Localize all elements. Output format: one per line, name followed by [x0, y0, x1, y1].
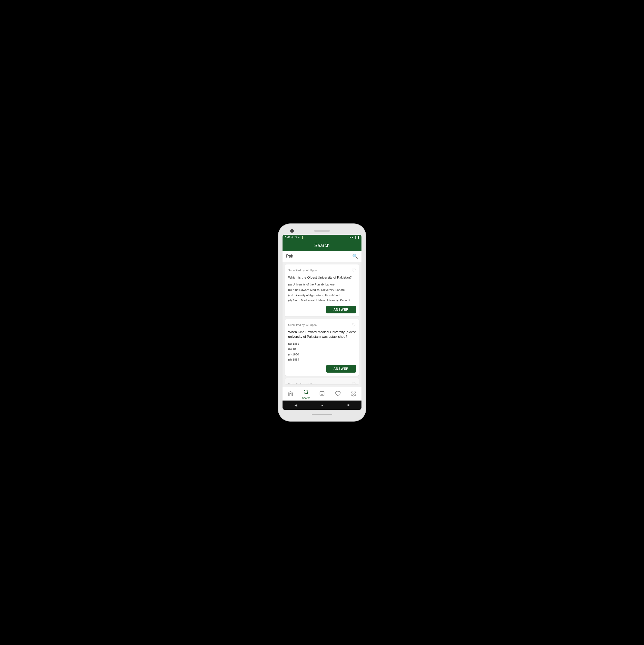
- android-nav-bar: ◀ ● ■: [283, 401, 361, 410]
- option-a: (a) 1852: [288, 341, 356, 347]
- options-list: (a) 1852 (b) 1856 (c) 1860 (d) 1884: [288, 341, 356, 362]
- wifi-icon: ▼▲: [349, 236, 353, 239]
- status-right: ▼▲ ▐ ▐: [349, 236, 359, 239]
- battery-icon: ▐: [357, 236, 359, 239]
- svg-line-1: [307, 393, 308, 394]
- search-icon[interactable]: 🔍: [352, 253, 358, 259]
- sync-icon: ↻: [298, 236, 300, 239]
- search-input[interactable]: [286, 254, 352, 258]
- page-title: Search: [314, 243, 330, 248]
- submitted-by-label: Submitted by: Ali Uppal: [288, 269, 317, 272]
- status-time: 3:44: [285, 236, 290, 239]
- camera-lens: [290, 229, 294, 233]
- favorites-icon: [335, 391, 341, 398]
- recents-button[interactable]: ■: [347, 403, 349, 407]
- nav-item-quiz[interactable]: [316, 391, 328, 398]
- svg-point-0: [304, 390, 308, 394]
- question-card-partial: Submitted by: Ali Uppal ♡: [285, 378, 359, 384]
- card-header: Submitted by: Ali Uppal ♡: [288, 322, 356, 328]
- nav-item-home[interactable]: [284, 391, 297, 398]
- battery-small-icon: 🔋: [301, 236, 304, 239]
- back-button[interactable]: ◀: [295, 403, 297, 407]
- answer-btn-row: ANSWER: [288, 306, 356, 313]
- search-nav-label: Search: [302, 397, 310, 400]
- speaker-grille: [314, 230, 330, 232]
- svg-point-6: [353, 393, 354, 394]
- option-d: (d) 1884: [288, 357, 356, 362]
- card-header: Submitted by: Ali Uppal ♡: [288, 267, 356, 273]
- status-left: 3:44 ⚙ 🛡 ↻ 🔋: [285, 236, 304, 239]
- settings-nav-icon: [351, 391, 356, 398]
- nav-item-favorites[interactable]: [331, 391, 344, 398]
- answer-btn-row: ANSWER: [288, 365, 356, 373]
- app-bar: Search: [283, 240, 361, 251]
- card-header-partial: Submitted by: Ali Uppal ♡: [288, 381, 356, 384]
- favorite-icon[interactable]: ♡: [352, 267, 356, 273]
- question-card: Submitted by: Ali Uppal ♡ Which is the O…: [285, 264, 359, 316]
- answer-button[interactable]: ANSWER: [326, 365, 356, 373]
- option-c: (c) 1860: [288, 352, 356, 357]
- submitted-by-partial: Submitted by: Ali Uppal: [288, 383, 317, 384]
- submitted-by-label: Submitted by: Ali Uppal: [288, 324, 317, 327]
- home-button[interactable]: ●: [321, 403, 323, 407]
- phone-bottom-bezel: [283, 412, 361, 417]
- favorite-icon[interactable]: ♡: [352, 322, 356, 328]
- option-b: (b) King Edward Medical University, Laho…: [288, 287, 356, 293]
- question-card: Submitted by: Ali Uppal ♡ When King Edwa…: [285, 319, 359, 376]
- nav-item-search[interactable]: Search: [300, 389, 313, 400]
- bottom-nav: Search: [283, 387, 361, 401]
- results-area: Submitted by: Ali Uppal ♡ Which is the O…: [283, 262, 361, 387]
- phone-top-bezel: [283, 228, 361, 235]
- shield-icon: 🛡: [295, 236, 297, 239]
- search-input-row[interactable]: 🔍: [283, 251, 361, 262]
- phone-screen: 3:44 ⚙ 🛡 ↻ 🔋 ▼▲ ▐ ▐ Search 🔍: [283, 235, 361, 410]
- favorite-icon-partial[interactable]: ♡: [352, 381, 356, 384]
- quiz-icon: [319, 391, 325, 398]
- svg-rect-2: [320, 391, 324, 396]
- option-a: (a) University of the Punjab, Lahore: [288, 282, 356, 287]
- option-b: (b) 1856: [288, 347, 356, 352]
- search-nav-icon: [303, 389, 309, 396]
- nav-item-settings[interactable]: [347, 391, 360, 398]
- question-text: Which is the Oldest University of Pakist…: [288, 275, 356, 280]
- option-c: (c) University of Agriculture, Faisalaba…: [288, 293, 356, 298]
- status-bar: 3:44 ⚙ 🛡 ↻ 🔋 ▼▲ ▐ ▐: [283, 235, 361, 240]
- question-text: When King Edward Medical University (old…: [288, 330, 356, 339]
- home-indicator: [312, 414, 332, 415]
- answer-button[interactable]: ANSWER: [326, 306, 356, 313]
- options-list: (a) University of the Punjab, Lahore (b)…: [288, 282, 356, 303]
- signal-icon: ▐: [354, 236, 356, 239]
- option-d: (d) Sindh Madressatul Islam University, …: [288, 298, 356, 303]
- home-icon: [288, 391, 293, 398]
- settings-icon: ⚙: [291, 236, 294, 239]
- phone-device: 3:44 ⚙ 🛡 ↻ 🔋 ▼▲ ▐ ▐ Search 🔍: [279, 224, 365, 421]
